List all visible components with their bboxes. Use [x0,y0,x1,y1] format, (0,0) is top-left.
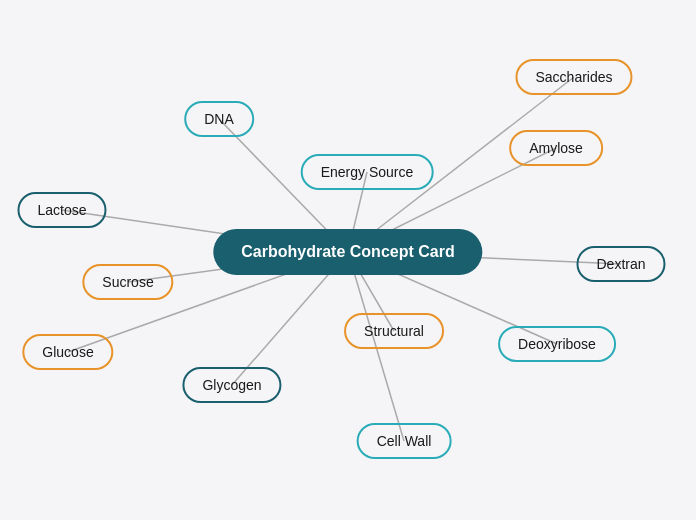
node-glycogen: Glycogen [182,367,281,403]
node-saccharides: Saccharides [515,59,632,95]
node-glucose: Glucose [22,334,113,370]
node-dna: DNA [184,101,254,137]
node-dextran: Dextran [576,246,665,282]
concept-map: Carbohydrate Concept Card SaccharidesAmy… [0,0,696,520]
node-deoxyribose: Deoxyribose [498,326,616,362]
node-structural: Structural [344,313,444,349]
node-lactose: Lactose [17,192,106,228]
center-node: Carbohydrate Concept Card [213,229,482,275]
node-amylose: Amylose [509,130,603,166]
node-energy-source: Energy Source [301,154,434,190]
node-cell-wall: Cell Wall [357,423,452,459]
node-sucrose: Sucrose [82,264,173,300]
